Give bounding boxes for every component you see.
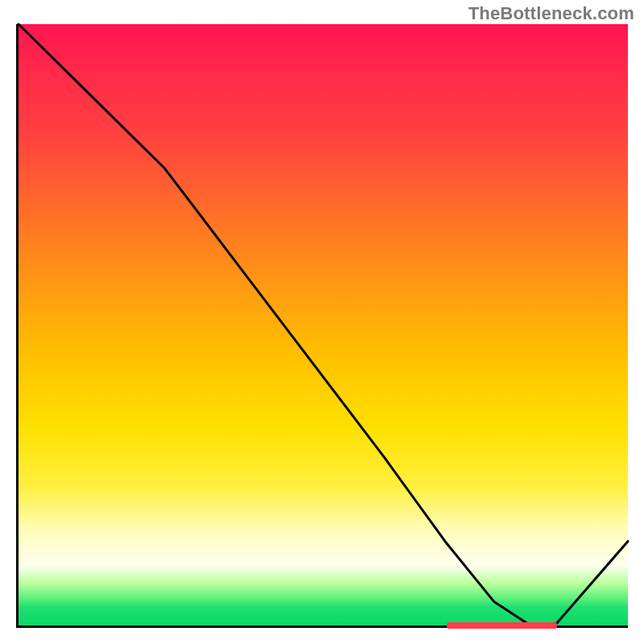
data-curve (19, 24, 628, 625)
plot-area (16, 24, 628, 628)
bottom-marker (447, 622, 557, 629)
chart-frame: TheBottleneck.com (0, 0, 644, 644)
watermark: TheBottleneck.com (469, 3, 634, 24)
curve-path (19, 24, 628, 625)
